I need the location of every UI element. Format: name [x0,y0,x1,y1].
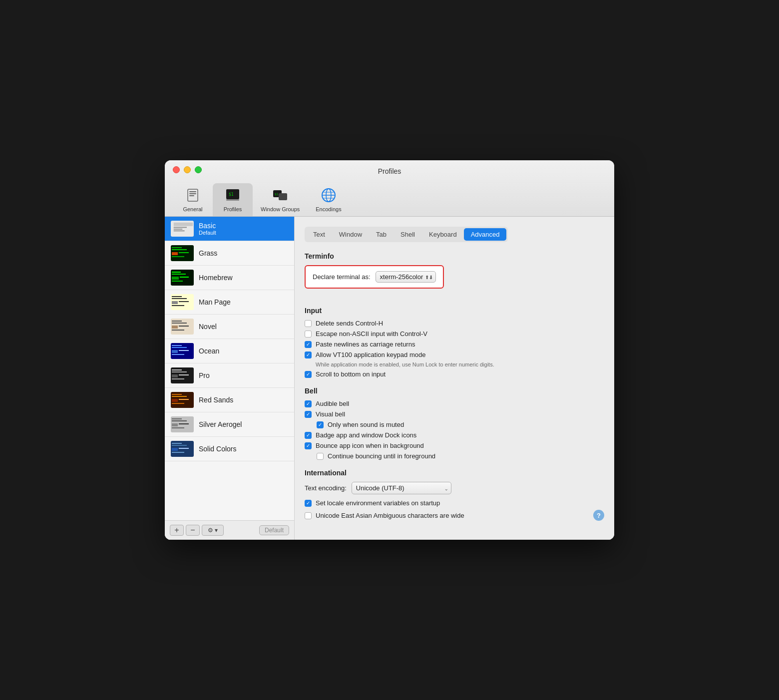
checkbox-delete[interactable] [305,320,312,327]
checkbox-row-vt100: Allow VT100 application keypad mode [305,351,604,358]
checkbox-locale[interactable] [305,500,312,507]
svg-rect-7 [226,199,239,201]
label-muted: Only when sound is muted [328,421,404,428]
profile-name-pro: Pro [199,371,288,379]
tab-advanced[interactable]: Advanced [464,228,507,241]
label-locale: Set locale environment variables on star… [316,499,440,507]
svg-rect-32 [172,281,183,282]
profile-item-grass[interactable]: Grass [165,241,294,266]
label-vt100: Allow VT100 application keypad mode [316,351,425,358]
label-visual: Visual bell [316,410,345,418]
input-section: Input Delete sends Control-H Escape non-… [305,307,604,378]
gear-button[interactable]: ⚙ ▾ [202,525,224,536]
profile-name-redsands: Red Sands [199,396,288,404]
profile-list: Basic Default [165,217,294,520]
svg-rect-35 [172,298,187,299]
profile-info-basic: Basic Default [199,222,288,236]
toolbar-item-general[interactable]: General [173,183,213,216]
checkbox-continue[interactable] [317,453,324,460]
svg-rect-36 [172,301,178,304]
main-panel: Text Window Tab Shell Keyboard Advanced … [295,217,614,540]
profile-item-solidcolors[interactable]: Solid Colors [165,437,294,461]
checkbox-row-badge: Badge app and window Dock icons [305,431,604,439]
profile-info-solidcolors: Solid Colors [199,445,288,453]
profile-info-homebrew: Homebrew [199,274,288,282]
checkbox-paste[interactable] [305,341,312,348]
checkbox-audible[interactable] [305,400,312,407]
profile-info-redsands: Red Sands [199,396,288,404]
tab-tab[interactable]: Tab [369,228,393,241]
toolbar-item-encodings[interactable]: Encodings [308,183,349,216]
svg-rect-59 [172,396,187,397]
tab-window[interactable]: Window [332,228,369,241]
checkbox-muted[interactable] [317,421,324,428]
svg-rect-58 [172,394,182,395]
profiles-label: Profiles [224,206,242,212]
label-continue: Continue bouncing until in foreground [328,452,435,460]
svg-rect-46 [172,345,182,346]
profile-item-homebrew[interactable]: Homebrew [165,266,294,290]
maximize-button[interactable] [195,166,202,173]
toolbar-item-profiles[interactable]: $1 Profiles [213,183,253,216]
svg-rect-53 [172,371,187,372]
bell-title: Bell [305,387,604,395]
close-button[interactable] [173,166,180,173]
checkbox-row-audible: Audible bell [305,400,604,407]
checkbox-row-escape: Escape non-ASCII input with Control-V [305,330,604,338]
checkbox-escape[interactable] [305,331,312,338]
svg-rect-68 [172,427,184,428]
checkbox-vt100[interactable] [305,351,312,358]
svg-rect-65 [172,420,187,421]
minimize-button[interactable] [184,166,191,173]
svg-rect-24 [172,252,178,255]
profile-item-redsands[interactable]: Red Sands [165,388,294,412]
terminfo-select[interactable]: xterm-256color xterm ansi vt100 [376,271,436,283]
tab-shell[interactable]: Shell [393,228,422,241]
profile-thumbnail-basic [171,221,194,237]
label-paste: Paste newlines as carriage returns [316,341,415,348]
svg-rect-18 [174,227,187,228]
remove-profile-button[interactable]: − [186,525,200,536]
checkbox-eastasian[interactable] [305,512,312,519]
profile-name-solidcolors: Solid Colors [199,445,288,453]
profile-item-silveraerogel[interactable]: Silver Aerogel [165,412,294,437]
window-groups-icon: $1 [271,186,289,204]
svg-rect-19 [174,229,183,230]
profile-item-novel[interactable]: Novel [165,315,294,339]
svg-rect-54 [172,374,178,377]
help-button[interactable]: ? [593,510,604,521]
profile-info-novel: Novel [199,323,288,331]
default-button[interactable]: Default [259,525,289,535]
svg-rect-17 [174,223,193,226]
toolbar: General $1 Profiles [173,179,606,216]
checkbox-scroll[interactable] [305,371,312,378]
profile-item-manpage[interactable]: Man Page [165,290,294,315]
svg-rect-37 [179,301,189,302]
checkbox-badge[interactable] [305,432,312,439]
profile-item-ocean[interactable]: Ocean [165,339,294,363]
profile-thumbnail-grass [171,245,194,261]
profile-thumbnail-silveraerogel [171,416,194,432]
profile-item-pro[interactable]: Pro [165,363,294,388]
profile-name-homebrew: Homebrew [199,274,288,282]
toolbar-item-window-groups[interactable]: $1 Window Groups [253,183,308,216]
svg-rect-31 [180,277,189,278]
checkbox-row-paste: Paste newlines as carriage returns [305,341,604,348]
svg-rect-9 [279,193,287,200]
svg-text:$1: $1 [275,192,279,196]
svg-rect-43 [179,326,189,327]
terminfo-section: Terminfo Declare terminal as: xterm-256c… [305,252,604,298]
tab-keyboard[interactable]: Keyboard [422,228,464,241]
svg-rect-61 [179,399,189,400]
svg-rect-49 [179,350,189,351]
label-badge: Badge app and window Dock icons [316,431,416,439]
content-area: Basic Default [165,217,614,540]
encoding-select[interactable]: Unicode (UTF-8) Western (ISO Latin 1) Ja… [352,482,451,494]
checkbox-visual[interactable] [305,411,312,418]
svg-rect-50 [172,354,184,355]
add-profile-button[interactable]: + [170,525,184,536]
checkbox-bounce[interactable] [305,442,312,449]
profile-item-basic[interactable]: Basic Default [165,217,294,241]
international-title: International [305,469,604,477]
tab-text[interactable]: Text [306,228,332,241]
